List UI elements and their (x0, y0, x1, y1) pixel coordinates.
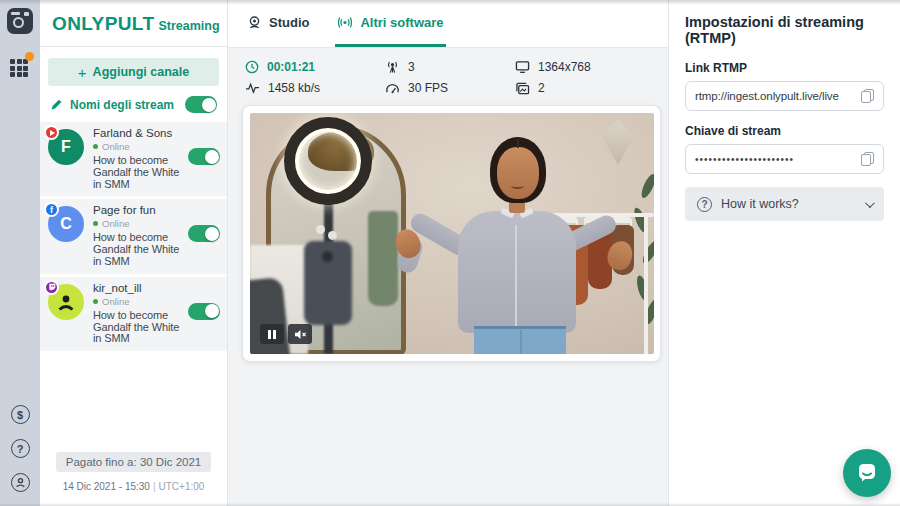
add-channel-label: Aggiungi canale (93, 65, 190, 79)
mute-button[interactable] (288, 324, 312, 344)
avatar: C f (48, 206, 84, 242)
mode-tabbar: Studio Altri software (228, 0, 668, 48)
channel-name: Page for fun (93, 204, 186, 217)
antenna-icon (385, 60, 400, 74)
tripod-knob (328, 231, 337, 240)
main-column: Studio Altri software 00:01:21 (228, 0, 668, 506)
stream-title: How to become Gandalf the White in SMM (93, 232, 186, 267)
help-icon[interactable]: ? (11, 439, 30, 458)
brand-name: ONLYPULT (52, 13, 154, 34)
camera-app-icon[interactable] (7, 8, 33, 34)
avatar: F (48, 129, 84, 165)
stat-duration: 00:01:21 (245, 60, 385, 74)
channel-toggle[interactable] (188, 303, 220, 320)
pencil-icon (50, 98, 63, 111)
stream-stats: 00:01:21 3 1364x768 (242, 60, 654, 95)
copy-key-icon[interactable] (861, 152, 874, 166)
channel-row-kirnotill[interactable]: kir_not_ill Online How to become Gandalf… (40, 277, 227, 351)
rack-leg (644, 213, 648, 354)
mounted-phone (304, 241, 352, 325)
presenter-face (497, 147, 539, 199)
stream-names-label: Nomi degli stream (70, 98, 185, 112)
stat-channels: 3 (385, 60, 515, 74)
brand-logo: ONLYPULTStreaming (40, 0, 227, 47)
scenes-icon (515, 82, 530, 95)
stream-content: 00:01:21 3 1364x768 (228, 48, 668, 506)
stream-names-row: Nomi degli stream (40, 86, 227, 122)
hair-part (517, 139, 519, 148)
presenter-smile (511, 183, 524, 189)
channel-info: Farland & Sons Online How to become Gand… (93, 127, 186, 190)
icon-rail: $ ? (0, 0, 40, 506)
apps-grid-icon[interactable] (10, 56, 30, 76)
channel-row-pagefun[interactable]: C f Page for fun Online How to become Ga… (40, 199, 227, 273)
broadcast-icon (337, 16, 353, 29)
channels-panel: ONLYPULTStreaming + Aggiungi canale Nomi… (40, 0, 228, 506)
channel-info: kir_not_ill Online How to become Gandalf… (93, 282, 186, 345)
grid-cells (10, 59, 30, 77)
pause-button[interactable] (260, 324, 284, 344)
paid-until-badge: Pagato fino a: 30 Dic 2021 (56, 452, 212, 472)
clock-icon (245, 60, 259, 74)
stream-key-label: Chiave di stream (685, 124, 884, 138)
billing-icon[interactable]: $ (11, 405, 30, 424)
stream-title: How to become Gandalf the White in SMM (93, 310, 186, 345)
stream-key-value: •••••••••••••••••••••• (695, 154, 855, 165)
stat-resolution: 1364x768 (515, 60, 654, 74)
online-status: Online (102, 141, 129, 152)
channel-name: kir_not_ill (93, 282, 186, 295)
stat-bitrate: 1458 kb/s (245, 81, 385, 95)
timezone: UTC+1:00 (159, 481, 205, 492)
presenter-torso (458, 211, 576, 333)
tab-studio-label: Studio (269, 15, 309, 30)
stat-fps: 30 FPS (385, 81, 515, 95)
datetime-bar: 14 Dic 2021 - 15:30|UTC+1:00 (40, 481, 227, 506)
online-dot (93, 221, 98, 226)
video-player-card (242, 105, 661, 362)
link-rtmp-value: rtmp://ingest.onlypult.live/live (695, 90, 855, 102)
tripod-knob (316, 225, 325, 234)
link-rtmp-field[interactable]: rtmp://ingest.onlypult.live/live (685, 81, 884, 111)
shirt-buttons (515, 225, 517, 331)
monitor-icon (515, 60, 530, 74)
youtube-badge-icon (44, 125, 59, 140)
panel-title: Impostazioni di streaming (RTMP) (685, 14, 884, 46)
channel-row-farland[interactable]: F Farland & Sons Online How to become Ga… (40, 122, 227, 196)
green-garment (368, 211, 398, 306)
how-it-works-accordion[interactable]: ? How it works? (685, 187, 884, 221)
plus-icon: + (78, 64, 87, 81)
player-controls (260, 324, 312, 344)
app-window: $ ? ONLYPULTStreaming + Aggiungi canale … (0, 0, 900, 506)
waveform-icon (245, 82, 260, 94)
channel-list: F Farland & Sons Online How to become Ga… (40, 122, 227, 354)
twitch-badge-icon (44, 280, 59, 295)
add-channel-button[interactable]: + Aggiungi canale (48, 58, 219, 86)
chevron-down-icon (865, 198, 875, 208)
current-datetime: 14 Dic 2021 - 15:30 (63, 481, 150, 492)
copy-link-icon[interactable] (861, 89, 874, 103)
avatar (48, 284, 84, 320)
online-dot (93, 299, 98, 304)
online-status: Online (102, 218, 129, 229)
stream-title: How to become Gandalf the White in SMM (93, 155, 186, 190)
rtmp-settings-panel: Impostazioni di streaming (RTMP) Link RT… (668, 0, 900, 506)
channel-toggle[interactable] (188, 225, 220, 242)
stream-key-field[interactable]: •••••••••••••••••••••• (685, 144, 884, 174)
tab-altri-software[interactable]: Altri software (335, 0, 445, 47)
stream-names-toggle[interactable] (185, 96, 217, 113)
video-preview (250, 113, 654, 354)
channel-toggle[interactable] (188, 148, 220, 165)
camera-flash (24, 12, 29, 16)
question-icon: ? (697, 197, 712, 212)
tab-studio[interactable]: Studio (245, 0, 311, 47)
how-it-works-label: How it works? (721, 197, 865, 211)
notification-dot (25, 52, 34, 61)
webcam-icon (247, 15, 262, 30)
camera-lens (13, 17, 24, 28)
account-icon[interactable] (11, 473, 30, 492)
channel-name: Farland & Sons (93, 127, 186, 140)
brand-suffix: Streaming (158, 19, 219, 33)
stat-scenes: 2 (515, 81, 654, 95)
online-dot (93, 144, 98, 149)
chat-widget-button[interactable] (843, 449, 891, 497)
